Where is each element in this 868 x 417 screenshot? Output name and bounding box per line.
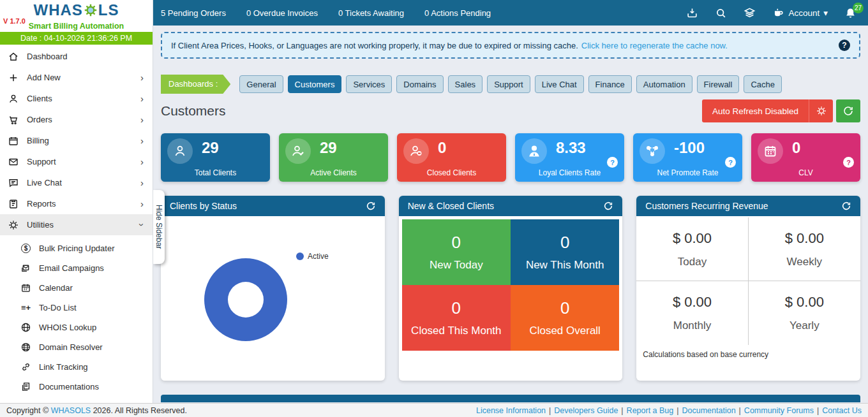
refresh-icon[interactable] bbox=[603, 201, 613, 211]
revenue-value: $ 0.00 bbox=[673, 230, 712, 247]
stat-overdue-invoices[interactable]: 0 Overdue Invoices bbox=[246, 8, 318, 18]
footer: Copyright © WHASOLS 2026. All Rights Res… bbox=[0, 403, 868, 417]
submenu-item-documentations[interactable]: Documentations bbox=[0, 377, 153, 397]
refresh-button[interactable] bbox=[836, 99, 860, 122]
tab-domains[interactable]: Domains bbox=[396, 75, 443, 93]
sidebar-item-utilities[interactable]: Utilities › bbox=[0, 214, 153, 235]
revenue-value: $ 0.00 bbox=[785, 230, 824, 247]
submenu-item-label: Email Campaigns bbox=[39, 263, 104, 273]
sidebar-item-support[interactable]: Support › bbox=[0, 151, 153, 172]
submenu-item-calendar[interactable]: Calendar bbox=[0, 278, 153, 298]
cart-icon bbox=[8, 114, 19, 126]
stat-actions-pending[interactable]: 0 Actions Pending bbox=[424, 8, 491, 18]
envelope-icon bbox=[8, 156, 19, 168]
tab-customers[interactable]: Customers bbox=[288, 75, 342, 93]
notifications-bell[interactable]: 27 bbox=[844, 7, 857, 19]
help-badge[interactable]: ? bbox=[725, 157, 736, 168]
stat-label: Net Promote Rate bbox=[633, 168, 742, 177]
footer-brand-link[interactable]: WHASOLS bbox=[51, 406, 91, 415]
revenue-label: Monthly bbox=[673, 319, 712, 332]
tab-firewall[interactable]: Firewall bbox=[697, 75, 740, 93]
copyright-post: 2026. All Rights Reserved. bbox=[91, 406, 187, 415]
account-menu[interactable]: Account ▾ bbox=[772, 7, 828, 19]
cell-new-today: 0 New Today bbox=[402, 219, 511, 285]
stat-card-active-clients: 29 Active Clients bbox=[279, 133, 388, 182]
stat-value: -100 bbox=[674, 139, 705, 157]
search-icon[interactable] bbox=[715, 7, 727, 19]
todo-list-icon: ≡+ bbox=[20, 302, 31, 313]
footer-link-community-forums[interactable]: Community Forums bbox=[744, 406, 814, 415]
submenu-item-whois-lookup[interactable]: WHOIS Lookup bbox=[0, 318, 153, 337]
cell-label: Closed Overall bbox=[529, 325, 601, 337]
help-badge[interactable]: ? bbox=[843, 157, 854, 168]
footer-link-license-information[interactable]: License Information bbox=[476, 406, 546, 415]
sidebar-item-label: Add New bbox=[27, 73, 140, 82]
sidebar-item-add-new[interactable]: Add New › bbox=[0, 67, 153, 88]
submenu-item-label: Domain Resolver bbox=[39, 342, 103, 352]
cell-label: New This Month bbox=[526, 259, 604, 272]
users-icon bbox=[167, 138, 193, 164]
footer-link-documentation[interactable]: Documentation bbox=[682, 406, 736, 415]
link-icon bbox=[20, 362, 31, 372]
sidebar-item-orders[interactable]: Orders › bbox=[0, 109, 153, 130]
logo-text-pre: WHAS bbox=[34, 1, 83, 18]
panel-clients-by-status: Clients by Status Active bbox=[161, 196, 385, 381]
user-tie-icon bbox=[521, 138, 547, 164]
dashboard-panels-row: Clients by Status Active New & Closed Cl… bbox=[161, 196, 860, 381]
panel-title: New & Closed Clients bbox=[408, 201, 494, 211]
cell-closed-this-month: 0 Closed This Month bbox=[402, 285, 511, 351]
tab-support[interactable]: Support bbox=[487, 75, 530, 93]
auto-refresh-button[interactable]: Auto Refresh Disabled bbox=[702, 99, 809, 122]
help-icon[interactable]: ? bbox=[839, 40, 850, 51]
sidebar-item-dashboard[interactable]: Dashboard bbox=[0, 46, 153, 67]
submenu-item-domain-resolver[interactable]: Domain Resolver bbox=[0, 337, 153, 357]
tab-services[interactable]: Services bbox=[346, 75, 392, 93]
refresh-icon[interactable] bbox=[366, 201, 376, 211]
stat-value: 29 bbox=[202, 139, 219, 157]
sidebar-item-clients[interactable]: Clients › bbox=[0, 88, 153, 109]
tab-cache[interactable]: Cache bbox=[744, 75, 782, 93]
stat-card-clv: 0 CLV ? bbox=[751, 133, 860, 182]
sidebar-item-live-chat[interactable]: Live Chat › bbox=[0, 172, 153, 193]
tab-sales[interactable]: Sales bbox=[448, 75, 483, 93]
caret-down-icon: ▾ bbox=[823, 8, 828, 18]
sidebar-item-reports[interactable]: Reports › bbox=[0, 193, 153, 214]
cell-label: Closed This Month bbox=[411, 325, 501, 337]
tab-automation[interactable]: Automation bbox=[636, 75, 692, 93]
tab-finance[interactable]: Finance bbox=[588, 75, 632, 93]
settings-gear-button[interactable] bbox=[809, 99, 833, 122]
sidebar-item-billing[interactable]: Billing › bbox=[0, 130, 153, 151]
separator: | bbox=[739, 406, 741, 415]
submenu-item-label: Link Tracking bbox=[39, 362, 88, 372]
refresh-icon[interactable] bbox=[841, 201, 851, 211]
cache-alert: If Client Area Prices, Hooks, or Languag… bbox=[161, 32, 860, 59]
regenerate-cache-link[interactable]: Click here to regenerate the cache now. bbox=[581, 41, 728, 50]
stat-pending-orders[interactable]: 5 Pending Orders bbox=[161, 8, 226, 18]
stat-tickets-awaiting[interactable]: 0 Tickets Awaiting bbox=[338, 8, 404, 18]
separator: | bbox=[677, 406, 678, 415]
cell-value: 0 bbox=[452, 233, 461, 252]
revenue-label: Weekly bbox=[787, 256, 822, 268]
help-badge[interactable]: ? bbox=[607, 157, 618, 168]
tab-live-chat[interactable]: Live Chat bbox=[535, 75, 584, 93]
app-window: WHASLS V 1.7.0 Smart Billing Automation … bbox=[0, 0, 868, 403]
calendar-icon bbox=[20, 282, 31, 293]
footer-link-contact-us[interactable]: Contact Us bbox=[822, 406, 862, 415]
layers-icon[interactable] bbox=[744, 7, 756, 19]
date-bar: Date : 04-10-2026 21:36:26 PM bbox=[0, 32, 153, 45]
separator: | bbox=[817, 406, 819, 415]
hide-sidebar-toggle[interactable]: Hide Sidebar bbox=[153, 190, 165, 264]
tab-general[interactable]: General bbox=[239, 75, 283, 93]
submenu-item-to-do-list[interactable]: ≡+ To-Do List bbox=[0, 298, 153, 318]
cell-value: 0 bbox=[452, 298, 461, 318]
submenu-item-link-tracking[interactable]: Link Tracking bbox=[0, 357, 153, 377]
footer-link-report-a-bug[interactable]: Report a Bug bbox=[627, 406, 674, 415]
download-icon[interactable] bbox=[686, 7, 698, 19]
footer-link-developers-guide[interactable]: Developers Guide bbox=[554, 406, 618, 415]
calendar-icon bbox=[758, 138, 783, 164]
cell-label: New Today bbox=[430, 259, 483, 272]
logo-text-post: LS bbox=[98, 1, 119, 18]
notification-count-badge: 27 bbox=[853, 3, 864, 13]
submenu-item-bulk-pricing-updater[interactable]: $ Bulk Pricing Updater bbox=[0, 238, 153, 258]
submenu-item-email-campaigns[interactable]: Email Campaigns bbox=[0, 258, 153, 278]
